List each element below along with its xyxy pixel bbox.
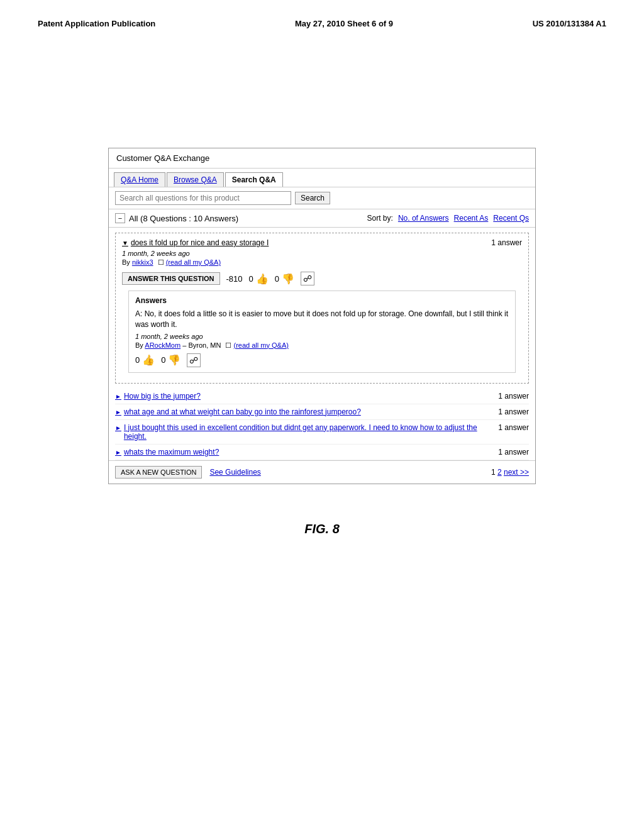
question-list-answer-count-2: 1 answer xyxy=(498,423,529,432)
list-item: ► what age and at what weight can baby g… xyxy=(115,404,529,420)
bullet-arrow-icon-2: ► xyxy=(115,424,121,431)
bullet-arrow-icon: ► xyxy=(115,393,121,400)
next-link[interactable]: next >> xyxy=(504,468,529,477)
answer-date: 1 month, 2 weeks ago xyxy=(135,333,509,340)
featured-question-date: 1 month, 2 weeks ago xyxy=(122,250,522,257)
featured-question-read-link[interactable]: (read all my Q&A) xyxy=(166,258,221,266)
search-bar: Search xyxy=(109,187,535,209)
thumbs-down-icon[interactable]: 👎 xyxy=(282,273,294,285)
answer-helpful-count: 0 xyxy=(135,355,140,365)
answer-author-location: Byron, MN xyxy=(188,341,221,349)
list-item: ► How big is the jumper? 1 answer xyxy=(115,389,529,404)
tab-search-qa[interactable]: Search Q&A xyxy=(225,172,283,187)
search-button[interactable]: Search xyxy=(295,192,330,204)
figure-caption: FIG. 8 xyxy=(304,522,340,536)
author-icon: ☐ xyxy=(158,258,164,266)
answer-read-link[interactable]: (read all my Q&A) xyxy=(233,341,288,349)
page-2-link[interactable]: 2 xyxy=(497,468,502,477)
qa-exchange-box: Customer Q&A Exchange Q&A Home Browse Q&… xyxy=(108,148,536,484)
featured-question-author-line: By nikkix3 ☐ (read all my Q&A) xyxy=(122,258,522,267)
question-list-link-2[interactable]: ► I just bought this used in excellent c… xyxy=(115,423,498,441)
helpful-count: 0 xyxy=(249,274,253,284)
unhelpful-vote-group: 0 👎 xyxy=(275,273,294,285)
answer-unhelpful-count: 0 xyxy=(161,355,165,365)
list-item: ► whats the maximum weight? 1 answer xyxy=(115,445,529,460)
answer-author-icon: ☐ xyxy=(225,341,231,349)
question-list-answer-count-0: 1 answer xyxy=(498,392,529,401)
page-1-label: 1 xyxy=(491,468,496,477)
collapse-icon[interactable]: − xyxy=(115,213,125,223)
tab-qa-home[interactable]: Q&A Home xyxy=(114,172,165,187)
answer-thumbs-down-icon[interactable]: 👎 xyxy=(168,354,180,366)
featured-answer-count: 1 answer xyxy=(491,238,522,247)
ask-new-question-button[interactable]: ASK A NEW QUESTION xyxy=(115,466,202,479)
filter-summary: All (8 Questions : 10 Answers) xyxy=(129,214,238,223)
answer-text: A: No, it does fold a little so it is ea… xyxy=(135,309,509,330)
question-list-link-1[interactable]: ► what age and at what weight can baby g… xyxy=(115,407,498,416)
answer-author-line: By ARockMom – Byron, MN ☐ (read all my Q… xyxy=(135,341,509,350)
sort-recent-as[interactable]: Recent As xyxy=(454,214,489,223)
sort-no-of-answers[interactable]: No. of Answers xyxy=(398,214,449,223)
answer-helpful-group: 0 👍 xyxy=(135,354,155,366)
question-list-answer-count-1: 1 answer xyxy=(498,407,529,416)
answer-thumbs-up-icon[interactable]: 👍 xyxy=(142,354,155,366)
unhelpful-count: 0 xyxy=(275,274,279,284)
box-title: Customer Q&A Exchange xyxy=(109,148,535,169)
answer-author-name[interactable]: ARockMom xyxy=(145,341,180,349)
featured-question-author[interactable]: nikkix3 xyxy=(132,258,153,266)
featured-question-text[interactable]: does it fold up for nice and easy storag… xyxy=(131,238,269,247)
patent-right: US 2010/131384 A1 xyxy=(533,19,606,28)
filter-bar: − All (8 Questions : 10 Answers) Sort by… xyxy=(109,209,535,228)
answers-section: Answers A: No, it does fold a little so … xyxy=(128,290,516,373)
answer-question-button[interactable]: ANSWER THIS QUESTION xyxy=(122,272,220,285)
answer-report-icon[interactable]: ☍ xyxy=(187,353,201,367)
action-row: ANSWER THIS QUESTION -810 0 👍 0 👎 ☍ xyxy=(122,272,522,285)
bottom-bar: ASK A NEW QUESTION See Guidelines 1 2 ne… xyxy=(109,460,535,484)
vote-score: -810 xyxy=(226,274,243,284)
tab-browse-qa[interactable]: Browse Q&A xyxy=(167,172,224,187)
bottom-left: ASK A NEW QUESTION See Guidelines xyxy=(115,466,261,479)
patent-left: Patent Application Publication xyxy=(38,19,155,28)
answer-vote-row: 0 👍 0 👎 ☍ xyxy=(135,353,509,367)
featured-question-block: ▼ does it fold up for nice and easy stor… xyxy=(115,233,529,384)
question-list-answer-count-3: 1 answer xyxy=(498,448,529,456)
question-list: ► How big is the jumper? 1 answer ► what… xyxy=(115,389,529,460)
tab-bar: Q&A Home Browse Q&A Search Q&A xyxy=(109,169,535,187)
pagination: 1 2 next >> xyxy=(491,468,529,477)
sort-recent-qs[interactable]: Recent Qs xyxy=(493,214,529,223)
dropdown-arrow-icon: ▼ xyxy=(122,240,128,246)
question-list-link-3[interactable]: ► whats the maximum weight? xyxy=(115,448,498,456)
search-input[interactable] xyxy=(115,191,291,205)
sort-label: Sort by: xyxy=(367,214,393,223)
guidelines-link[interactable]: See Guidelines xyxy=(209,468,260,477)
bullet-arrow-icon-1: ► xyxy=(115,409,121,416)
answer-unhelpful-group: 0 👎 xyxy=(161,354,180,366)
question-list-link-0[interactable]: ► How big is the jumper? xyxy=(115,392,498,401)
list-item: ► I just bought this used in excellent c… xyxy=(115,420,529,445)
answers-label: Answers xyxy=(135,296,509,305)
answer-author-separator: – xyxy=(182,341,188,349)
bullet-arrow-icon-3: ► xyxy=(115,449,121,456)
helpful-vote-group: 0 👍 xyxy=(249,273,269,285)
thumbs-up-icon[interactable]: 👍 xyxy=(256,273,269,285)
patent-middle: May 27, 2010 Sheet 6 of 9 xyxy=(295,19,393,28)
report-icon[interactable]: ☍ xyxy=(301,272,314,285)
